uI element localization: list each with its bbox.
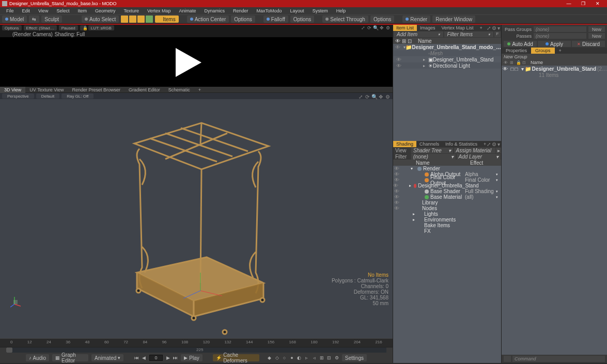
items-button[interactable]: Items <box>155 15 178 23</box>
shading-tab-shading[interactable]: Shading <box>393 141 416 147</box>
panel-gear-icon[interactable]: ⚙ <box>492 25 496 31</box>
discard-button[interactable]: Discard <box>572 41 605 47</box>
play-button[interactable]: ▶ Play <box>181 354 202 361</box>
gear-icon[interactable]: ⚙ <box>385 25 391 30</box>
sh-gear-icon[interactable]: ⚙ <box>492 141 496 147</box>
menu-animate[interactable]: Animate <box>175 8 200 13</box>
panel-tab-images[interactable]: Images <box>417 25 439 31</box>
maximize-button[interactable]: ❐ <box>576 0 590 7</box>
scrub-handle[interactable] <box>6 347 12 353</box>
zoom-icon[interactable]: 🔍 <box>373 25 378 30</box>
add-item-dropdown[interactable]: Add Item▾ <box>394 31 443 37</box>
perspective-dropdown[interactable]: Perspective <box>2 93 34 99</box>
panel-chevron-icon[interactable]: ▾ <box>497 25 500 31</box>
view-tab-add[interactable]: + <box>194 87 205 93</box>
shading-tab-info-&-statistics[interactable]: Info & Statistics <box>442 141 480 147</box>
toggle-button[interactable]: ⇆ <box>29 15 39 23</box>
key-icon-8[interactable]: ⊞ <box>320 355 324 360</box>
animated-dropdown[interactable]: Animated ▾ <box>91 354 123 361</box>
groups-tab[interactable]: Groups <box>531 48 555 54</box>
key-icon-3[interactable]: ○ <box>282 355 286 360</box>
render-button[interactable]: Render <box>402 15 430 23</box>
graph-editor-button[interactable]: ▦ Graph Editor <box>52 354 88 361</box>
view-tab-3d-view[interactable]: 3D View <box>0 87 25 93</box>
passes-dropdown[interactable]: (none) <box>534 33 586 39</box>
menu-vertex-map[interactable]: Vertex Map <box>143 8 175 13</box>
action-center-button[interactable]: Action Center <box>187 15 229 23</box>
menu-texture[interactable]: Texture <box>119 8 143 13</box>
command-input[interactable]: Command <box>512 356 605 362</box>
menu-render[interactable]: Render <box>229 8 253 13</box>
menu-file[interactable]: File <box>2 8 18 13</box>
command-icon[interactable] <box>504 356 511 362</box>
passes-new-button[interactable]: New <box>588 33 605 39</box>
key-icon-10[interactable]: ⚙ <box>334 355 338 360</box>
sh-chevron-icon[interactable]: ▾ <box>497 141 500 147</box>
key-icon-9[interactable]: ⊟ <box>327 355 331 360</box>
raygl-dropdown[interactable]: Ray GL: Off <box>61 93 94 99</box>
key-icon-7[interactable]: ◃ <box>312 355 316 360</box>
preview-lut[interactable]: LUT: sRGB <box>88 25 114 30</box>
vp-zoom-icon[interactable]: 🔍 <box>371 94 377 100</box>
group-tree[interactable]: 👁□□▾📁 Designer_Umbrella_Stand (2… 11 Ite… <box>502 66 607 355</box>
preview-effect[interactable]: Effect: (Shad… <box>24 25 57 30</box>
shade-row[interactable]: FX <box>393 228 501 234</box>
sel-mode-4[interactable] <box>146 15 153 23</box>
add-layer-dropdown[interactable]: Add Layer▾ <box>457 154 501 160</box>
preview-lock-icon[interactable]: 🔒 <box>80 25 86 30</box>
shading-full-dropdown[interactable]: Shading: Full <box>55 31 85 37</box>
menu-edit[interactable]: Edit <box>18 8 35 13</box>
menu-help[interactable]: Help <box>332 8 350 13</box>
shade-row[interactable]: 👁Nodes <box>393 205 501 211</box>
step-fwd-icon[interactable]: ▶ <box>166 355 170 360</box>
new-group-button[interactable]: New Group <box>502 54 607 59</box>
cache-deformers-button[interactable]: ⚡ Cache Deformers <box>213 354 259 361</box>
shade-row[interactable]: 👁Final Color OutputFinal Color▾ <box>393 177 501 183</box>
shade-row[interactable]: 👁Base Material(all)▾ <box>393 194 501 200</box>
skip-end-icon[interactable]: ⏭ <box>173 355 178 360</box>
options-button-3[interactable]: Options <box>370 15 394 23</box>
key-icon-4[interactable]: ● <box>290 355 294 360</box>
sculpt-button[interactable]: Sculpt <box>41 15 62 23</box>
shading-default-dropdown[interactable]: Default <box>36 93 59 99</box>
shade-row[interactable]: 👁Library <box>393 200 501 205</box>
falloff-button[interactable]: Falloff <box>263 15 288 23</box>
shader-tree-dropdown[interactable]: Shader Tree▾ <box>411 148 453 153</box>
filter-toggle-icon[interactable]: F <box>494 31 501 37</box>
menu-geometry[interactable]: Geometry <box>91 8 120 13</box>
close-button[interactable]: ✕ <box>590 0 605 7</box>
apply-button[interactable]: Apply <box>538 41 571 47</box>
step-back-icon[interactable]: ◀ <box>142 355 146 360</box>
pass-groups-dropdown[interactable]: (none) <box>534 26 586 32</box>
frame-input[interactable]: 0 <box>149 355 163 361</box>
view-tab-uv-texture-view[interactable]: UV Texture View <box>25 87 68 93</box>
key-icon-2[interactable]: ◇ <box>275 355 279 360</box>
sel-mode-2[interactable] <box>129 15 136 23</box>
vp-rotate-icon[interactable]: ⟳ <box>365 94 370 100</box>
key-icon-5[interactable]: ◐ <box>297 355 301 360</box>
render-camera-dropdown[interactable]: (Render Camera) <box>12 31 53 37</box>
view-tab-render-preset-browser[interactable]: Render Preset Browser <box>68 87 125 93</box>
shade-row[interactable]: Bake Items <box>393 223 501 228</box>
shade-row[interactable]: ▸Lights <box>393 211 501 217</box>
minimize-button[interactable]: — <box>562 0 576 7</box>
panel-tab-add[interactable]: + <box>477 25 486 31</box>
options-button-1[interactable]: Options <box>231 15 255 23</box>
auto-add-button[interactable]: Auto Add <box>504 41 537 47</box>
expand-icon[interactable]: ⤢ <box>361 25 366 30</box>
vp-pan-icon[interactable]: ✥ <box>378 94 383 100</box>
rotate-icon[interactable]: ⟳ <box>367 25 372 30</box>
vp-gear-icon[interactable]: ⚙ <box>385 94 390 100</box>
add-tab[interactable]: + <box>555 48 566 54</box>
options-button-2[interactable]: Options <box>290 15 314 23</box>
skip-start-icon[interactable]: ⏮ <box>134 355 139 360</box>
menu-layout[interactable]: Layout <box>286 8 308 13</box>
sel-mode-3[interactable] <box>137 15 145 23</box>
pan-icon[interactable]: ✥ <box>379 25 384 30</box>
shade-row[interactable]: 👁▸Designer_Umbrella_Stand <box>393 183 501 188</box>
panel-tab-vertex-map-list[interactable]: Vertex Map List <box>439 25 477 31</box>
render-window-button[interactable]: Render Window <box>432 15 475 23</box>
properties-tab[interactable]: Properties <box>502 48 531 54</box>
item-tree[interactable]: 👁▾📁 Designer_Umbrella_Stand_modo_… ▫ Mes… <box>393 44 501 141</box>
sel-mode-1[interactable] <box>121 15 128 23</box>
